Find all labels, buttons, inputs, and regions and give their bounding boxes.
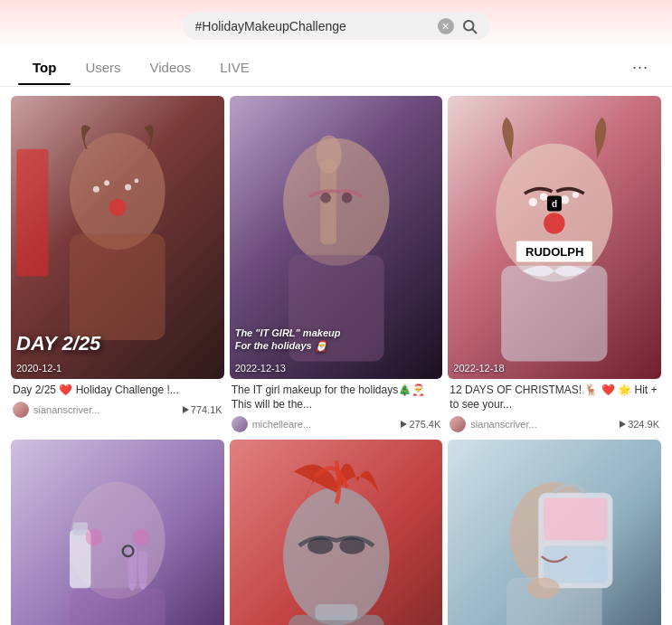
video-date: 2022-12-13 [235, 363, 286, 374]
thumb-art [230, 440, 443, 625]
video-overlay-text: The "IT GIRL" makeupFor the holidays 🎅 [235, 327, 438, 353]
search-button[interactable] [461, 18, 478, 34]
username: siananscriver... [470, 419, 615, 430]
video-info: Day 2/25 ❤️ Holiday Challenge !... siana… [11, 379, 224, 420]
svg-point-14 [320, 193, 331, 204]
svg-point-42 [528, 577, 560, 598]
tab-live[interactable]: LIVE [205, 51, 264, 84]
thumb-art [448, 96, 661, 379]
tabs-container: Top Users Videos LIVE ··· [0, 49, 672, 87]
svg-point-15 [341, 193, 352, 204]
svg-point-22 [544, 213, 564, 233]
search-input[interactable] [195, 19, 431, 33]
svg-point-30 [86, 528, 103, 545]
tab-videos[interactable]: Videos [136, 51, 206, 84]
play-icon [401, 421, 407, 428]
search-bar-container: ✕ [0, 0, 672, 49]
svg-line-1 [472, 29, 476, 33]
video-date: 2022-12-18 [453, 363, 504, 374]
video-thumbnail: 2021-12-16 [230, 440, 443, 625]
video-info: The IT girl makeup for the holidays🎄🎅 Th… [230, 379, 443, 433]
svg-point-34 [308, 537, 333, 554]
svg-rect-26 [138, 551, 147, 582]
avatar [13, 402, 29, 418]
svg-point-5 [93, 186, 99, 193]
svg-point-20 [561, 195, 569, 204]
video-date: 2020-12-1 [16, 363, 62, 374]
thumb-illustration [448, 96, 661, 379]
video-title: The IT girl makeup for the holidays🎄🎅 Th… [232, 384, 441, 412]
tabs-more-button[interactable]: ··· [627, 49, 654, 86]
video-card[interactable]: 2019-12-19 [11, 440, 224, 625]
video-meta: siananscriver... 774.1K [13, 402, 222, 418]
video-card[interactable]: HolidayMakeup Essentials 2023-8-5 [448, 440, 661, 625]
thumb-illustration [11, 440, 224, 625]
svg-rect-9 [16, 149, 48, 277]
clear-icon[interactable]: ✕ [438, 18, 454, 34]
video-meta: michelleare... 275.4K [232, 416, 441, 432]
video-card[interactable]: The "IT GIRL" makeupFor the holidays 🎅 2… [230, 96, 443, 434]
svg-point-7 [125, 184, 131, 190]
svg-point-2 [70, 133, 166, 250]
thumb-illustration [230, 440, 443, 625]
rudolph-badge: RUDOLPH [516, 241, 592, 262]
thumb-art [448, 440, 661, 625]
svg-point-6 [104, 180, 109, 185]
videos-grid: DAY 2/25 2020-12-1 Day 2/25 ❤️ Holiday C… [0, 87, 672, 625]
video-thumbnail: 2019-12-19 [11, 440, 224, 625]
video-card[interactable]: d RUDOLPH 2022-12-18 12 DAYS OF CHRISTMA… [448, 96, 661, 434]
search-bar: ✕ [183, 13, 490, 40]
svg-rect-24 [70, 588, 166, 625]
play-icon [183, 406, 189, 413]
view-count: 324.9K [620, 419, 659, 430]
video-card[interactable]: DAY 2/25 2020-12-1 Day 2/25 ❤️ Holiday C… [11, 96, 224, 434]
username: michelleare... [252, 419, 397, 430]
svg-point-8 [135, 179, 139, 184]
video-thumbnail: HolidayMakeup Essentials 2023-8-5 [448, 440, 661, 625]
svg-rect-17 [501, 266, 607, 362]
video-info: 12 DAYS OF CHRISTMAS! 🦌 ❤️ 🌟 Hit + to se… [448, 379, 661, 433]
video-thumbnail: The "IT GIRL" makeupFor the holidays 🎅 2… [230, 96, 443, 379]
video-card[interactable]: 2021-12-16 [230, 440, 443, 625]
tab-users[interactable]: Users [71, 51, 135, 84]
video-thumbnail: DAY 2/25 2020-12-1 [11, 96, 224, 379]
svg-point-31 [132, 528, 149, 545]
video-title: 12 DAYS OF CHRISTMAS! 🦌 ❤️ 🌟 Hit + to se… [450, 384, 659, 412]
svg-rect-28 [73, 522, 88, 535]
username: siananscriver... [33, 404, 178, 415]
thumb-illustration [448, 440, 661, 625]
avatar [232, 416, 248, 432]
svg-rect-40 [544, 497, 607, 540]
view-count: 774.1K [183, 404, 222, 415]
avatar [450, 416, 466, 432]
svg-point-13 [316, 135, 341, 173]
svg-rect-3 [70, 234, 166, 340]
day-overlay: DAY 2/25 [16, 334, 219, 354]
svg-point-4 [109, 199, 126, 216]
video-thumbnail: d RUDOLPH 2022-12-18 [448, 96, 661, 379]
svg-point-21 [573, 192, 579, 198]
svg-point-35 [339, 537, 364, 554]
thumb-art [11, 440, 224, 625]
svg-rect-41 [544, 545, 607, 582]
search-icon [461, 18, 478, 34]
play-icon [620, 421, 626, 428]
tiktok-badge: d [547, 196, 562, 212]
tab-top[interactable]: Top [18, 51, 71, 84]
svg-rect-36 [315, 604, 357, 620]
svg-point-18 [529, 198, 537, 206]
video-title: Day 2/25 ❤️ Holiday Challenge !... [13, 384, 222, 398]
video-meta: siananscriver... 324.9K [450, 416, 659, 432]
view-count: 275.4K [401, 419, 440, 430]
